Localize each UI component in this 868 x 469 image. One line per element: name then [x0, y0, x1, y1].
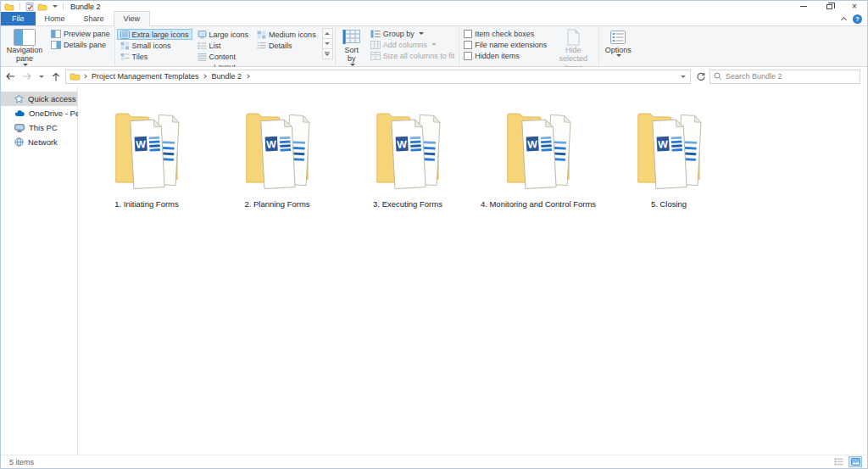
tab-file[interactable]: File	[1, 12, 36, 25]
minimize-ribbon-icon[interactable]	[841, 16, 847, 22]
folder-item[interactable]: 4. Monitoring and Control Forms	[473, 102, 604, 209]
details-pane-button[interactable]: Details pane	[48, 39, 113, 50]
sidebar-label: Quick access	[28, 94, 76, 103]
checkbox-icon	[464, 41, 472, 49]
file-name-extensions-checkbox[interactable]: File name extensions	[461, 39, 549, 50]
sidebar-item-this-pc[interactable]: This PC	[1, 120, 77, 135]
details-view-toggle-button[interactable]	[832, 456, 845, 467]
address-dropdown-button[interactable]	[676, 70, 690, 83]
layout-medium-icons[interactable]: Medium icons	[253, 29, 320, 40]
recent-locations-caret-icon	[39, 75, 44, 78]
sidebar-label: This PC	[29, 123, 58, 132]
item-check-boxes-checkbox[interactable]: Item check boxes	[461, 28, 549, 39]
close-button[interactable]: ×	[842, 1, 867, 12]
preview-pane-icon	[51, 30, 61, 38]
folder-name: 5. Closing	[651, 200, 687, 209]
layout-tiles[interactable]: Tiles	[117, 51, 192, 62]
restore-icon	[826, 4, 832, 9]
layout-small-icons[interactable]: Small icons	[117, 40, 192, 51]
navigation-pane-icon	[14, 29, 36, 46]
sidebar-item-network[interactable]: Network	[1, 135, 77, 149]
breadcrumb-current[interactable]: Bundle 2	[209, 72, 243, 81]
ribbon-group-show-hide: Item check boxes File name extensions Hi…	[459, 26, 599, 66]
folder-item[interactable]: 3. Executing Forms	[342, 102, 473, 209]
file-name-extensions-label: File name extensions	[475, 41, 547, 49]
tab-view[interactable]: View	[114, 11, 150, 26]
content-icon	[198, 53, 207, 61]
details-view-icon	[257, 42, 266, 50]
sidebar-item-onedrive[interactable]: OneDrive - Personal	[1, 106, 77, 120]
search-input[interactable]	[726, 72, 856, 81]
address-toolbar: Project Management Templates Bundle 2	[1, 67, 867, 86]
status-bar: 5 items	[1, 455, 867, 468]
thumbnail-view-toggle-button[interactable]	[849, 456, 862, 467]
layout-extra-large-icons[interactable]: Extra large icons	[117, 29, 192, 40]
folder-name: 2. Planning Forms	[244, 200, 309, 209]
small-icons-icon	[120, 42, 130, 50]
folder-item[interactable]: 5. Closing	[604, 102, 734, 209]
hidden-items-checkbox[interactable]: Hidden items	[461, 50, 549, 61]
address-bar[interactable]: Project Management Templates Bundle 2	[65, 70, 691, 84]
tab-home[interactable]: Home	[36, 12, 75, 25]
recent-locations-button[interactable]	[36, 70, 47, 84]
items-count: 5 items	[9, 458, 34, 466]
breadcrumb-chevron-icon	[246, 75, 250, 79]
layout-list[interactable]: List	[194, 40, 253, 51]
restore-button[interactable]	[816, 1, 842, 12]
details-view-toggle-icon	[834, 458, 843, 466]
properties-qat-icon[interactable]	[25, 3, 34, 11]
dropdown-caret-icon	[431, 43, 437, 46]
folder-name: 4. Monitoring and Control Forms	[481, 200, 596, 209]
tab-share[interactable]: Share	[75, 12, 114, 25]
search-icon	[714, 72, 722, 81]
layout-content[interactable]: Content	[194, 51, 253, 62]
network-globe-icon	[14, 137, 24, 147]
scroll-down-icon	[325, 42, 330, 45]
preview-pane-button[interactable]: Preview pane	[48, 28, 113, 39]
layout-large-icons[interactable]: Large icons	[194, 29, 253, 40]
thumbnail-view-toggle-icon	[851, 458, 860, 466]
group-by-label: Group by	[383, 30, 415, 38]
back-button[interactable]	[3, 70, 18, 84]
options-label: Options	[605, 46, 632, 54]
details-pane-icon	[51, 41, 61, 49]
search-box[interactable]	[709, 70, 860, 84]
group-by-icon	[370, 30, 381, 38]
folder-item[interactable]: 2. Planning Forms	[212, 102, 342, 209]
sidebar-item-quick-access[interactable]: Quick access	[1, 92, 77, 106]
options-icon	[609, 29, 626, 46]
customize-qat-caret-icon[interactable]	[53, 5, 58, 8]
forward-button[interactable]	[19, 70, 35, 84]
refresh-button[interactable]	[693, 70, 708, 84]
dropdown-caret-icon	[350, 64, 355, 66]
breadcrumb-root[interactable]: Project Management Templates	[90, 72, 200, 81]
group-by-button[interactable]: Group by	[368, 28, 458, 39]
gallery-more-icon	[325, 52, 330, 56]
help-icon[interactable]: ?	[853, 14, 862, 24]
new-folder-qat-icon[interactable]	[37, 3, 47, 11]
ribbon-group-panes: Navigation pane Preview pane Det	[1, 26, 115, 66]
size-all-columns-button[interactable]: Size all columns to fit	[368, 50, 458, 61]
add-columns-button[interactable]: Add columns	[368, 39, 458, 50]
folder-with-word-documents-icon	[635, 102, 703, 197]
onedrive-cloud-icon	[14, 109, 25, 117]
sort-by-button[interactable]: Sort by	[337, 28, 366, 67]
file-explorer-window: Bundle 2 × File Home Share View ? Navig	[0, 0, 868, 469]
folder-with-word-documents-icon	[374, 102, 442, 197]
quick-access-toolbar	[4, 3, 65, 11]
close-icon: ×	[852, 2, 857, 11]
folder-item[interactable]: 1. Initiating Forms	[81, 102, 212, 209]
layout-details[interactable]: Details	[253, 40, 320, 51]
breadcrumb-folder-icon	[70, 72, 81, 81]
navigation-pane-button[interactable]: Navigation pane	[3, 28, 47, 67]
up-button[interactable]	[48, 70, 64, 84]
ribbon-group-layout: Extra large icons Small icons Tiles Larg…	[115, 26, 336, 66]
address-dropdown-caret-icon	[681, 75, 686, 78]
options-button[interactable]: Options	[601, 28, 635, 58]
scroll-up-icon	[325, 32, 330, 35]
gallery-more-button[interactable]	[322, 48, 333, 59]
dropdown-caret-icon	[23, 64, 28, 66]
dropdown-caret-icon	[419, 32, 424, 35]
minimize-button[interactable]	[791, 1, 816, 12]
file-list-area[interactable]: 1. Initiating Forms 2. Planning Forms 3.…	[78, 86, 867, 455]
